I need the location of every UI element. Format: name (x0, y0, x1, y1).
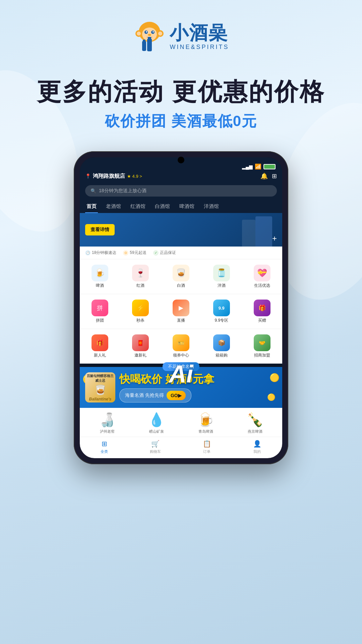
product-label-4: 燕京啤酒 (248, 429, 262, 434)
product-item-3[interactable]: 🍺 青岛啤酒 (197, 412, 214, 434)
banner-plus-icon: + (272, 234, 277, 243)
promo-title-line1: 快喝砍价 (119, 373, 162, 385)
banner-detail-btn[interactable]: 查看详情 (85, 224, 115, 235)
category-life[interactable]: 💝 生活优选 (242, 262, 282, 291)
nav-orders[interactable]: 📋 订单 (203, 440, 211, 454)
category-99[interactable]: 9.9 9.9专区 (201, 297, 242, 326)
wine-icon: 🍷 (132, 265, 149, 281)
category-beer[interactable]: 🍺 啤酒 (80, 262, 120, 291)
main-banner[interactable]: 查看详情 + (80, 213, 282, 247)
category-invite[interactable]: 🧧 邀新礼 (120, 332, 161, 361)
product-bottle-4: 🍾 (247, 412, 263, 428)
category-group[interactable]: 拼 拼团 (80, 297, 120, 326)
product-name-label: 百龄坛特醇苏格兰威士忌 (86, 374, 114, 383)
phone-screen: ▂▄▆ 📶 📍 鸿翔路旗舰店 ★ 4.9 > 🔔 ⊞ (80, 157, 282, 458)
recruit-icon: 🤝 (254, 334, 270, 351)
product-preview-row: 🍶 泸州老窖 💧 崂山矿泉 🍺 青岛啤酒 🍾 燕京啤酒 (80, 408, 282, 437)
quality-icon: ✓ (153, 250, 159, 256)
flash-icon: ⚡ (132, 300, 149, 316)
app-subtitle: WINE&SPIRITS (170, 44, 229, 51)
tagline-section: 更多的活动 更优惠的价格 砍价拼团 美酒最低0元 (0, 67, 362, 138)
category-new-gift[interactable]: 🎁 新人礼 (80, 332, 120, 361)
category-flash-sale[interactable]: ⚡ 秒杀 (120, 297, 161, 326)
nav-home-label: 全类 (101, 449, 108, 454)
tab-old-wine[interactable]: 老酒馆 (105, 200, 122, 213)
category-foreign-wine[interactable]: 🫙 洋酒 (201, 262, 242, 291)
product-label-1: 泸州老窖 (100, 429, 115, 434)
tab-red-wine[interactable]: 红酒馆 (129, 200, 147, 213)
box-icon: 📦 (213, 334, 230, 351)
product-item-2[interactable]: 💧 崂山矿泉 (148, 412, 165, 434)
product-item-1[interactable]: 🍶 泸州老窖 (99, 412, 116, 434)
store-rating: ★ 4.9 > (127, 174, 142, 179)
wifi-icon: 📶 (255, 163, 261, 170)
category-live[interactable]: ▶ 直播 (161, 297, 201, 326)
svg-point-5 (153, 31, 154, 33)
category-baijiu[interactable]: 🥃 白酒 (161, 262, 201, 291)
nav-profile[interactable]: 👤 我的 (253, 440, 261, 454)
coin-right-1: 🟡 (269, 373, 280, 382)
svg-rect-12 (143, 40, 145, 42)
tagline-main: 更多的活动 更优惠的价格 (0, 77, 362, 106)
app-name: 小酒喿 (170, 23, 228, 42)
promo-subtitle-text: 海量名酒 先抢先得 (125, 392, 164, 398)
phone-mockup: ▂▄▆ 📶 📍 鸿翔路旗舰店 ★ 4.9 > 🔔 ⊞ (74, 151, 288, 464)
header-icons: 🔔 ⊞ (260, 172, 277, 180)
product-item-4[interactable]: 🍾 燕京啤酒 (247, 412, 263, 434)
store-name: 鸿翔路旗舰店 (93, 173, 125, 180)
svg-point-4 (146, 31, 147, 33)
ai-text: Ai (169, 360, 193, 388)
header: 小酒喿 WINE&SPIRITS (0, 0, 362, 67)
deal-icon: 9.9 (213, 300, 230, 316)
category-box[interactable]: 📦 箱箱购 (201, 332, 242, 361)
ai-overlay: Ai (162, 351, 200, 396)
category-red-wine[interactable]: 🍷 红酒 (120, 262, 161, 291)
location-icon: 📍 (85, 173, 91, 179)
tab-foreign[interactable]: 洋酒馆 (202, 200, 220, 213)
product-label-2: 崂山矿泉 (149, 429, 164, 434)
category-recruit[interactable]: 🤝 招商加盟 (242, 332, 282, 361)
whiskey-bottle-icon: 🥃 (95, 384, 106, 395)
logo-text-block: 小酒喿 WINE&SPIRITS (170, 23, 229, 51)
nav-orders-label: 订单 (203, 449, 210, 454)
nav-cart-label: 购物车 (150, 449, 161, 454)
live-icon: ▶ (173, 300, 189, 316)
nav-home[interactable]: ⊞ 全类 (101, 440, 108, 454)
tagline-sub: 砍价拼团 美酒最低0元 (0, 111, 362, 131)
svg-rect-14 (148, 37, 151, 40)
category-gift[interactable]: 🎁 买赠 (242, 297, 282, 326)
svg-point-8 (137, 32, 141, 36)
bell-icon: 🔔 (260, 172, 268, 180)
nav-tabs: 首页 老酒馆 红酒馆 白酒馆 啤酒馆 洋酒馆 (80, 200, 282, 213)
svg-rect-11 (142, 41, 146, 51)
nav-home-icon: ⊞ (102, 440, 107, 448)
product-bottle-3: 🍺 (197, 412, 214, 428)
new-gift-icon: 🎁 (92, 334, 108, 351)
tab-baijiu[interactable]: 白酒馆 (154, 200, 171, 213)
logo: 小酒喿 WINE&SPIRITS (133, 20, 229, 54)
service-quality: ✓ 正品保证 (153, 250, 176, 256)
phone-mockup-wrapper: ▂▄▆ 📶 📍 鸿翔路旗舰店 ★ 4.9 > 🔔 ⊞ (0, 151, 362, 464)
baijiu-icon: 🥃 (173, 265, 189, 281)
logo-icon (133, 20, 166, 54)
category-grid-row1: 🍺 啤酒 🍷 红酒 🥃 白酒 🫙 洋酒 💝 生活优选 (80, 259, 282, 294)
product-label-3: 青岛啤酒 (198, 429, 213, 434)
search-bar-container: 🔍 18分钟为您送上放心酒 (80, 182, 282, 200)
shipping-icon: ⊙ (123, 250, 128, 256)
speed-icon: 🕐 (85, 250, 90, 256)
search-icon: 🔍 (90, 188, 96, 194)
service-speed-label: 18分钟极速达 (92, 250, 116, 256)
product-brand: Ballantine's (89, 397, 112, 401)
group-icon: 拼 (92, 300, 108, 316)
signal-icon: ▂▄▆ (242, 164, 253, 169)
service-shipping: ⊙ 59元起送 (123, 250, 146, 256)
promo-product-img: 百龄坛特醇苏格兰威士忌 🥃 Ballantine's (85, 372, 115, 402)
service-bar: 🕐 18分钟极速达 ⊙ 59元起送 ✓ 正品保证 (80, 247, 282, 259)
tab-home[interactable]: 首页 (85, 200, 98, 213)
nav-cart[interactable]: 🛒 购物车 (150, 440, 161, 454)
gift-icon: 🎁 (254, 300, 270, 316)
service-quality-label: 正品保证 (160, 250, 176, 256)
svg-rect-13 (147, 39, 152, 51)
search-input[interactable]: 🔍 18分钟为您送上放心酒 (85, 185, 277, 197)
tab-beer[interactable]: 啤酒馆 (178, 200, 196, 213)
